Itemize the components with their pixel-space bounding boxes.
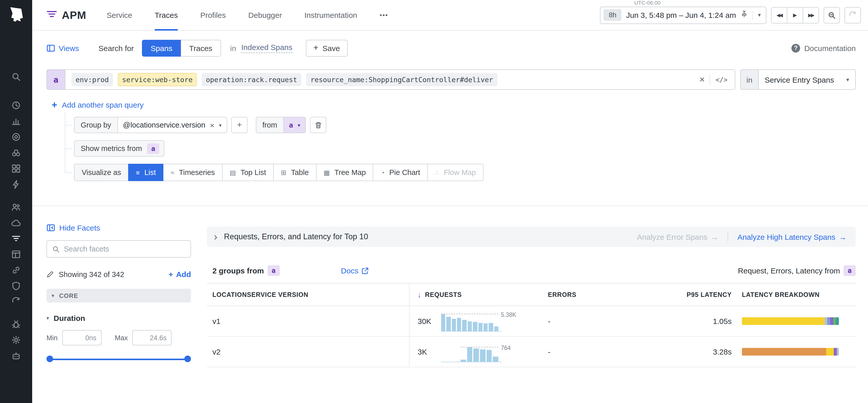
search-icon[interactable] bbox=[7, 69, 25, 85]
slider-min-handle[interactable] bbox=[46, 356, 53, 362]
facet-count-label: Showing 342 of 342 bbox=[59, 270, 124, 278]
time-range-picker[interactable]: UTC-06:00 8h Jun 3, 5:48 pm – Jun 4, 1:2… bbox=[600, 6, 766, 24]
nav-debugger[interactable]: Debugger bbox=[248, 0, 282, 30]
nav-more-button[interactable]: ••• bbox=[380, 0, 388, 30]
docs-link[interactable]: Docs bbox=[341, 266, 368, 275]
lightning-icon[interactable] bbox=[7, 176, 25, 192]
table-row-v2[interactable]: v2 3K 764 - 3.28s bbox=[207, 337, 856, 367]
group-by-select[interactable]: @locationservice.version × ▾ bbox=[118, 117, 227, 133]
documentation-link[interactable]: ? Documentation bbox=[792, 44, 856, 52]
cloud-icon[interactable] bbox=[7, 215, 25, 231]
summary-collapsible-bar[interactable]: › Requests, Errors, and Latency for Top … bbox=[207, 227, 856, 247]
refresh-button[interactable] bbox=[844, 7, 861, 23]
chevron-right-icon[interactable]: › bbox=[214, 232, 217, 242]
viz-tree-map-label: Tree Map bbox=[335, 168, 366, 176]
column-header-errors[interactable]: ERRORS bbox=[544, 283, 628, 306]
sort-desc-icon[interactable]: ↓ bbox=[418, 291, 422, 299]
core-facet-group-header[interactable]: ▾ CORE bbox=[46, 289, 191, 303]
scope-dropdown[interactable]: Service Entry Spans ▾ bbox=[758, 69, 856, 90]
delete-group-button[interactable] bbox=[310, 117, 326, 133]
viz-pie-chart-button[interactable]: ◔Pie Chart bbox=[373, 164, 428, 181]
forward-button[interactable]: ▶▶ bbox=[803, 7, 819, 23]
top-list-icon: ▤ bbox=[230, 169, 236, 176]
clear-query-icon[interactable]: × bbox=[700, 75, 705, 84]
column-header-requests[interactable]: ↓ REQUESTS bbox=[409, 283, 544, 306]
add-facet-button[interactable]: + Add bbox=[168, 270, 191, 278]
viz-tree-map-button[interactable]: ▦Tree Map bbox=[316, 164, 373, 181]
column-header-breakdown[interactable]: LATENCY BREAKDOWN bbox=[735, 283, 856, 306]
time-caret-down-icon[interactable]: ▾ bbox=[758, 12, 761, 19]
grid-icon[interactable] bbox=[7, 161, 25, 176]
viz-timeseries-button[interactable]: ≈Timeseries bbox=[163, 164, 223, 181]
robot-icon[interactable] bbox=[7, 348, 25, 364]
table-row-v1[interactable]: v1 30K 5.38K - 1.05s bbox=[207, 306, 856, 337]
views-icon bbox=[46, 44, 55, 52]
pin-icon[interactable] bbox=[741, 10, 748, 20]
nav-profiles[interactable]: Profiles bbox=[200, 0, 226, 30]
duration-facet-header[interactable]: ▾ Duration bbox=[46, 314, 191, 323]
latency-breakdown-cell bbox=[735, 306, 856, 336]
query-tag-operation[interactable]: operation:rack.request bbox=[202, 73, 301, 86]
apm-filter-icon[interactable] bbox=[7, 231, 25, 246]
analyze-high-latency-spans-link[interactable]: Analyze High Latency Spans → bbox=[737, 232, 846, 241]
facet-search-input[interactable] bbox=[64, 245, 185, 253]
links-divider bbox=[727, 232, 728, 242]
query-options: Group by @locationservice.version × ▾ + … bbox=[65, 117, 856, 181]
views-button[interactable]: Views bbox=[46, 44, 79, 52]
duration-min-input[interactable] bbox=[62, 330, 102, 345]
traces-toggle-button[interactable]: Traces bbox=[181, 39, 221, 56]
column-header-p95[interactable]: P95 LATENCY bbox=[628, 283, 735, 306]
apm-brand-icon bbox=[46, 9, 57, 22]
viz-flow-map-button: ∴Flow Map bbox=[427, 164, 484, 181]
add-group-by-button[interactable]: + bbox=[231, 117, 248, 133]
indexed-spans-link[interactable]: Indexed Spans bbox=[241, 43, 292, 53]
people-icon[interactable] bbox=[7, 199, 25, 215]
spans-toggle-button[interactable]: Spans bbox=[142, 39, 181, 56]
slider-max-handle[interactable] bbox=[184, 356, 191, 362]
viz-list-button[interactable]: ≡List bbox=[128, 164, 163, 181]
code-view-toggle-icon[interactable]: </> bbox=[716, 76, 727, 83]
datadog-logo-icon[interactable] bbox=[6, 5, 26, 24]
clear-group-by-icon[interactable]: × bbox=[210, 121, 214, 129]
zoom-out-button[interactable] bbox=[824, 7, 840, 23]
latency-breakdown-bar[interactable] bbox=[742, 317, 839, 325]
target-icon[interactable] bbox=[7, 129, 25, 145]
sync-icon[interactable] bbox=[7, 294, 25, 310]
query-tag-service[interactable]: service:web-store bbox=[118, 73, 196, 86]
nav-traces[interactable]: Traces bbox=[155, 0, 178, 30]
nav-instrumentation[interactable]: Instrumentation bbox=[304, 0, 357, 30]
trash-icon bbox=[314, 121, 322, 129]
analyze-links: Analyze Error Spans → Analyze High Laten… bbox=[637, 232, 846, 242]
requests-histogram[interactable]: 5.38K bbox=[441, 309, 522, 333]
show-metrics-control[interactable]: Show metrics from a bbox=[74, 140, 164, 157]
from-query-select[interactable]: a ▾ bbox=[284, 117, 306, 133]
bug-icon[interactable] bbox=[7, 316, 25, 332]
hide-facets-button[interactable]: Hide Facets bbox=[46, 224, 191, 232]
viz-table-button[interactable]: ⊞Table bbox=[273, 164, 316, 181]
viz-top-list-button[interactable]: ▤Top List bbox=[222, 164, 274, 181]
nav-service[interactable]: Service bbox=[107, 0, 132, 30]
link-icon[interactable] bbox=[7, 262, 25, 278]
gear-icon[interactable] bbox=[7, 332, 25, 348]
viz-timeseries-label: Timeseries bbox=[179, 168, 215, 176]
column-header-version[interactable]: LOCATIONSERVICE VERSION bbox=[207, 283, 409, 306]
apm-app-brand[interactable]: APM bbox=[46, 9, 86, 22]
add-span-query-button[interactable]: + Add another span query bbox=[52, 100, 856, 110]
latency-breakdown-bar[interactable] bbox=[742, 348, 839, 356]
query-tag-resource[interactable]: resource_name:ShoppingCartController#del… bbox=[306, 73, 497, 86]
slider-track[interactable] bbox=[50, 359, 188, 360]
query-search-input[interactable]: env:prod service:web-store operation:rac… bbox=[65, 69, 735, 90]
shield-icon[interactable] bbox=[7, 278, 25, 294]
binoculars-icon[interactable] bbox=[7, 145, 25, 161]
requests-histogram[interactable]: 764 bbox=[441, 340, 522, 364]
visualize-as-label: Visualize as bbox=[74, 164, 129, 181]
windows-icon[interactable] bbox=[7, 246, 25, 262]
bar-chart-icon[interactable] bbox=[7, 113, 25, 129]
duration-max-input[interactable] bbox=[132, 330, 172, 345]
rewind-button[interactable]: ◀◀ bbox=[771, 7, 787, 23]
query-tag-env[interactable]: env:prod bbox=[71, 73, 113, 86]
clock-icon[interactable] bbox=[7, 97, 25, 113]
pencil-icon[interactable] bbox=[46, 270, 54, 278]
save-button[interactable]: + Save bbox=[306, 39, 347, 56]
play-button[interactable]: ▶ bbox=[787, 7, 803, 23]
